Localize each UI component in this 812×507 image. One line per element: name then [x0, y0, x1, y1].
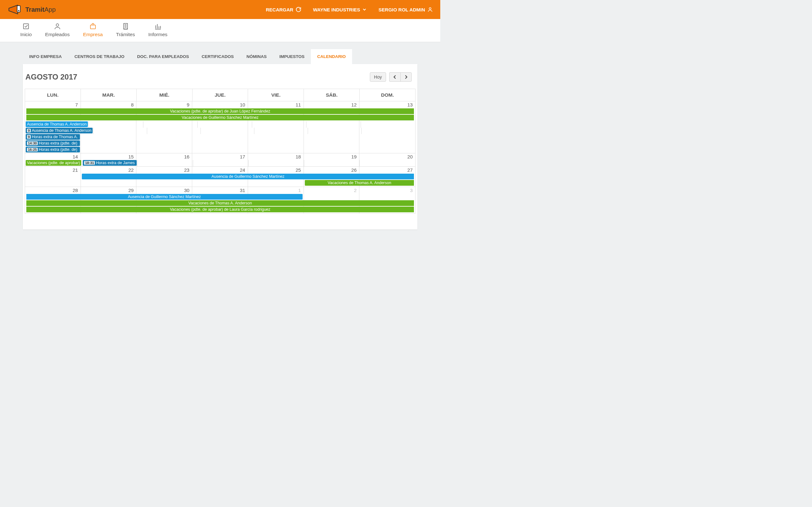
day-number[interactable]: 2 — [304, 187, 359, 193]
day-number[interactable]: 27 — [359, 167, 415, 173]
svg-rect-3 — [23, 24, 29, 29]
calendar-event[interactable]: 16:25Horas extra (pdte. de) — [26, 147, 80, 153]
day-number[interactable]: 13 — [359, 101, 415, 108]
nav-label: Empresa — [83, 32, 103, 38]
main-nav: InicioEmpleadosEmpresaTrámitesInformes — [0, 19, 440, 42]
svg-point-4 — [56, 24, 59, 26]
day-number[interactable]: 30 — [136, 187, 192, 193]
nav-icon — [154, 23, 161, 30]
reload-button[interactable]: RECARGAR — [266, 7, 301, 12]
nav-icon — [122, 23, 129, 30]
nav-informes[interactable]: Informes — [148, 23, 167, 38]
day-number[interactable]: 28 — [25, 187, 81, 193]
day-number[interactable]: 26 — [304, 167, 359, 173]
svg-rect-5 — [90, 25, 96, 29]
user-icon — [427, 7, 433, 12]
day-number[interactable]: 24 — [192, 167, 248, 173]
day-number[interactable]: 20 — [359, 153, 415, 160]
calendar-event[interactable]: 9Ausencia de Thomas A. Anderson — [26, 128, 93, 133]
calendar-event[interactable]: 9Horas extra de Thomas A. — [26, 134, 80, 140]
svg-point-2 — [429, 8, 431, 9]
calendar-event[interactable]: Vacaciones de Guillermo Sánchez Martínez — [26, 115, 414, 120]
day-header: MIÉ. — [137, 89, 193, 101]
logo[interactable]: TramitApp — [8, 3, 56, 16]
nav-empresa[interactable]: Empresa — [83, 23, 103, 38]
day-number[interactable]: 17 — [192, 153, 248, 160]
nav-icon — [54, 23, 61, 30]
calendar-event[interactable]: Vacaciones de Thomas A. Anderson — [26, 200, 414, 206]
tab-calendario[interactable]: CALENDARIO — [311, 49, 352, 64]
calendar-month-title: AGOSTO 2017 — [26, 72, 78, 81]
user-menu[interactable]: SERGIO ROL ADMIN — [378, 7, 433, 12]
day-number[interactable]: 19 — [304, 153, 359, 160]
today-button[interactable]: Hoy — [370, 72, 386, 82]
svg-rect-1 — [18, 10, 19, 11]
chevron-down-icon — [362, 8, 366, 11]
calendar-event[interactable]: 14:30Horas extra (pdte. de) — [26, 140, 80, 146]
nav-label: Empleados — [45, 32, 70, 38]
day-header: DOM. — [360, 89, 415, 101]
day-header: SÁB. — [304, 89, 360, 101]
day-number[interactable]: 12 — [304, 101, 359, 108]
day-number[interactable]: 16 — [136, 153, 192, 160]
tab-impuestos[interactable]: IMPUESTOS — [273, 49, 311, 64]
calendar-event[interactable]: Ausencia de Guillermo Sánchez Martínez — [82, 174, 414, 179]
day-header: MAR. — [81, 89, 137, 101]
nav-label: Trámites — [116, 32, 135, 38]
day-number[interactable]: 11 — [248, 101, 304, 108]
calendar-event[interactable]: Ausencia de Thomas A. Anderson — [26, 121, 88, 127]
company-dropdown[interactable]: WAYNE INDUSTRIES — [313, 7, 367, 12]
calendar-grid: LUN.MAR.MIÉ.JUE.VIE.SÁB.DOM. 78910111213… — [25, 89, 415, 214]
day-number[interactable]: 15 — [81, 153, 136, 160]
topbar: TramitApp RECARGAR WAYNE INDUSTRIES SERG… — [0, 0, 440, 19]
day-number[interactable]: 23 — [136, 167, 192, 173]
nav-icon — [22, 23, 30, 30]
calendar-event[interactable]: Vacaciones (pdte. de aprobar) de Juan Ló… — [26, 108, 414, 114]
calendar-event[interactable]: Ausencia de Guillermo Sánchez Martínez — [26, 194, 303, 200]
day-number[interactable]: 14 — [25, 153, 81, 160]
svg-rect-6 — [124, 23, 128, 29]
tab-doc-para-empleados[interactable]: DOC. PARA EMPLEADOS — [131, 49, 195, 64]
nav-trámites[interactable]: Trámites — [116, 23, 135, 38]
tab-certificados[interactable]: CERTIFICADOS — [195, 49, 240, 64]
day-number[interactable]: 10 — [192, 101, 248, 108]
tab-n-minas[interactable]: NÓMINAS — [240, 49, 273, 64]
day-number[interactable]: 21 — [25, 167, 81, 173]
refresh-icon — [296, 7, 301, 12]
day-number[interactable]: 1 — [248, 187, 304, 193]
day-number[interactable]: 8 — [81, 101, 136, 108]
nav-icon — [90, 23, 96, 30]
day-number[interactable]: 31 — [192, 187, 248, 193]
calendar-event[interactable]: Vacaciones de Thomas A. Anderson — [305, 180, 414, 186]
tab-info-empresa[interactable]: INFO EMPRESA — [23, 49, 68, 64]
day-number[interactable]: 18 — [248, 153, 304, 160]
calendar-event[interactable]: Vacaciones (pdte. de aprobar) — [26, 160, 81, 166]
calendar-event[interactable]: 18:31Horas extra de James — [83, 160, 137, 166]
logo-text: TramitApp — [26, 6, 56, 13]
day-number[interactable]: 25 — [248, 167, 304, 173]
subtabs: INFO EMPRESACENTROS DE TRABAJODOC. PARA … — [23, 49, 417, 64]
calendar-event[interactable]: Vacaciones (pdte. de aprobar) de Laura G… — [26, 207, 414, 212]
megaphone-icon — [8, 3, 23, 16]
day-number[interactable]: 7 — [25, 101, 81, 108]
next-month-button[interactable] — [400, 72, 412, 82]
day-number[interactable]: 22 — [81, 167, 136, 173]
nav-label: Informes — [148, 32, 167, 38]
day-header: VIE. — [248, 89, 304, 101]
day-number[interactable]: 9 — [136, 101, 192, 108]
day-number[interactable]: 29 — [81, 187, 136, 193]
day-number[interactable]: 3 — [359, 187, 415, 193]
nav-label: Inicio — [20, 32, 32, 38]
prev-month-button[interactable] — [389, 72, 400, 82]
nav-empleados[interactable]: Empleados — [45, 23, 70, 38]
nav-inicio[interactable]: Inicio — [20, 23, 32, 38]
tab-centros-de-trabajo[interactable]: CENTROS DE TRABAJO — [68, 49, 131, 64]
day-header: JUE. — [193, 89, 248, 101]
day-header: LUN. — [25, 89, 81, 101]
